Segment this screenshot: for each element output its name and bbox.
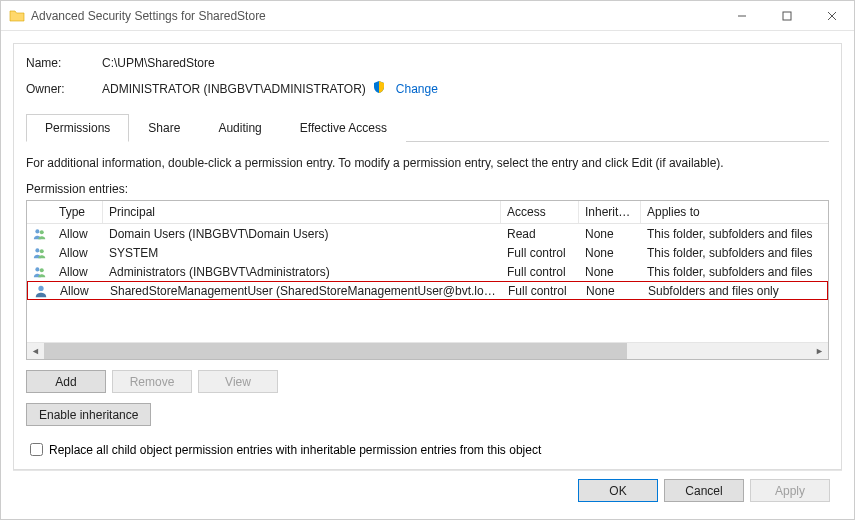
add-button[interactable]: Add	[26, 370, 106, 393]
cell-principal: Domain Users (INBGBVT\Domain Users)	[103, 226, 501, 242]
tab-permissions[interactable]: Permissions	[26, 114, 129, 142]
cell-access: Full control	[502, 283, 580, 299]
cell-access: Full control	[501, 245, 579, 261]
svg-point-10	[38, 285, 43, 290]
svg-point-7	[40, 249, 44, 253]
tab-effective-access[interactable]: Effective Access	[281, 114, 406, 142]
cancel-button[interactable]: Cancel	[664, 479, 744, 502]
tab-share[interactable]: Share	[129, 114, 199, 142]
cell-applies: Subfolders and files only	[642, 283, 827, 299]
name-row: Name: C:\UPM\SharedStore	[26, 56, 829, 70]
cell-type: Allow	[53, 226, 103, 242]
inner-panel: Name: C:\UPM\SharedStore Owner: ADMINIST…	[13, 43, 842, 470]
svg-rect-1	[783, 12, 791, 20]
inheritance-row: Enable inheritance	[26, 403, 829, 426]
cell-inherited: None	[579, 264, 641, 280]
group-icon	[27, 263, 53, 281]
minimize-button[interactable]	[719, 1, 764, 30]
replace-checkbox-row: Replace all child object permission entr…	[26, 440, 829, 459]
svg-point-8	[35, 267, 39, 271]
col-principal[interactable]: Principal	[103, 201, 501, 223]
cell-principal: SharedStoreManagementUser (SharedStoreMa…	[104, 283, 502, 299]
col-icon[interactable]	[27, 201, 53, 223]
maximize-button[interactable]	[764, 1, 809, 30]
cell-applies: This folder, subfolders and files	[641, 264, 828, 280]
enable-inheritance-button[interactable]: Enable inheritance	[26, 403, 151, 426]
cell-type: Allow	[53, 245, 103, 261]
svg-point-5	[40, 230, 44, 234]
replace-checkbox[interactable]	[30, 443, 43, 456]
scroll-right-arrow-icon[interactable]: ►	[811, 343, 828, 360]
titlebar: Advanced Security Settings for SharedSto…	[1, 1, 854, 31]
table-row[interactable]: AllowDomain Users (INBGBVT\Domain Users)…	[27, 224, 828, 243]
window-buttons	[719, 1, 854, 30]
cell-principal: Administrators (INBGBVT\Administrators)	[103, 264, 501, 280]
shield-icon	[372, 80, 386, 97]
group-icon	[27, 244, 53, 262]
horizontal-scrollbar[interactable]: ◄ ►	[27, 342, 828, 359]
table-row[interactable]: AllowSYSTEMFull controlNoneThis folder, …	[27, 243, 828, 262]
view-button[interactable]: View	[198, 370, 278, 393]
cell-applies: This folder, subfolders and files	[641, 226, 828, 242]
tab-auditing[interactable]: Auditing	[199, 114, 280, 142]
svg-point-6	[35, 248, 39, 252]
col-access[interactable]: Access	[501, 201, 579, 223]
name-value: C:\UPM\SharedStore	[102, 56, 215, 70]
cell-type: Allow	[53, 264, 103, 280]
action-buttons: Add Remove View	[26, 370, 829, 393]
scroll-track[interactable]	[44, 343, 811, 359]
table-body: AllowDomain Users (INBGBVT\Domain Users)…	[27, 224, 828, 342]
cell-access: Full control	[501, 264, 579, 280]
change-owner-link[interactable]: Change	[396, 82, 438, 96]
cell-inherited: None	[580, 283, 642, 299]
scroll-thumb[interactable]	[44, 343, 627, 359]
replace-checkbox-label: Replace all child object permission entr…	[49, 443, 541, 457]
table-row[interactable]: AllowAdministrators (INBGBVT\Administrat…	[27, 262, 828, 281]
entries-label: Permission entries:	[26, 182, 829, 196]
dialog-footer: OK Cancel Apply	[13, 470, 842, 512]
table-header: Type Principal Access Inherite... Applie…	[27, 201, 828, 224]
apply-button[interactable]: Apply	[750, 479, 830, 502]
info-text: For additional information, double-click…	[26, 156, 829, 170]
tabs: Permissions Share Auditing Effective Acc…	[26, 113, 829, 142]
cell-inherited: None	[579, 226, 641, 242]
svg-point-9	[40, 268, 44, 272]
col-type[interactable]: Type	[53, 201, 103, 223]
window-title: Advanced Security Settings for SharedSto…	[31, 9, 719, 23]
cell-access: Read	[501, 226, 579, 242]
cell-type: Allow	[54, 283, 104, 299]
owner-row: Owner: ADMINISTRATOR (INBGBVT\ADMINISTRA…	[26, 80, 829, 97]
cell-inherited: None	[579, 245, 641, 261]
owner-label: Owner:	[26, 82, 102, 96]
user-icon	[28, 282, 54, 300]
permissions-table: Type Principal Access Inherite... Applie…	[26, 200, 829, 360]
table-row[interactable]: AllowSharedStoreManagementUser (SharedSt…	[27, 281, 828, 300]
scroll-left-arrow-icon[interactable]: ◄	[27, 343, 44, 360]
ok-button[interactable]: OK	[578, 479, 658, 502]
group-icon	[27, 225, 53, 243]
col-inherited[interactable]: Inherite...	[579, 201, 641, 223]
cell-principal: SYSTEM	[103, 245, 501, 261]
remove-button[interactable]: Remove	[112, 370, 192, 393]
owner-value: ADMINISTRATOR (INBGBVT\ADMINISTRATOR)	[102, 82, 366, 96]
svg-point-4	[35, 229, 39, 233]
cell-applies: This folder, subfolders and files	[641, 245, 828, 261]
folder-icon	[9, 8, 25, 24]
window: Advanced Security Settings for SharedSto…	[0, 0, 855, 520]
name-label: Name:	[26, 56, 102, 70]
content: Name: C:\UPM\SharedStore Owner: ADMINIST…	[1, 31, 854, 520]
col-applies[interactable]: Applies to	[641, 201, 828, 223]
close-button[interactable]	[809, 1, 854, 30]
